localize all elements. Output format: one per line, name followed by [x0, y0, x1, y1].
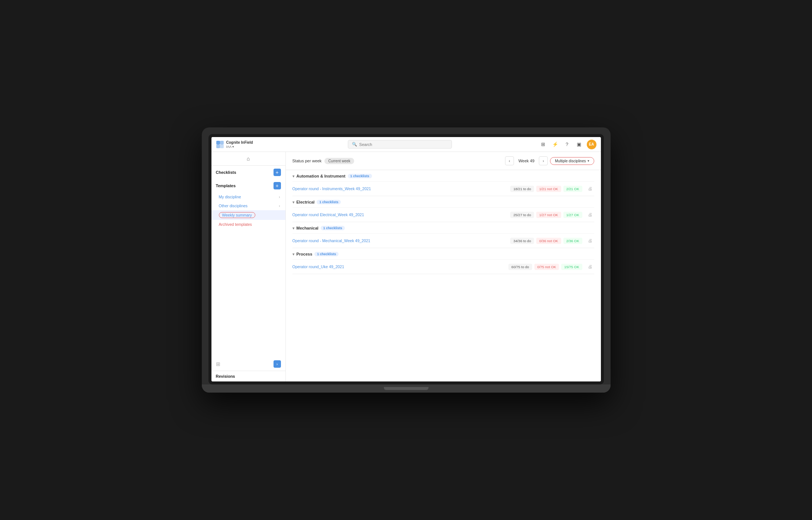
- checklist-stats: 25/27 to do 1/27 not OK 1/27 OK 🖨: [510, 211, 594, 219]
- sound-icon[interactable]: ⊞: [216, 361, 220, 367]
- svg-rect-2: [216, 144, 220, 148]
- sidebar-item-my-discipline[interactable]: My discipline ›: [211, 192, 285, 201]
- logo-text: Cognite InField IAA ▾: [226, 140, 253, 149]
- collapse-icon[interactable]: ▾: [292, 226, 294, 230]
- revisions-section: Revisions: [211, 371, 285, 381]
- discipline-header: ▾ Automation & Instrument 1 checklists: [292, 170, 594, 181]
- topbar-icons: ⊞ ⚡ ? ▣ EA: [539, 140, 596, 149]
- chevron-right-icon: ›: [279, 204, 280, 208]
- discipline-section: ▾ Automation & Instrument 1 checklists O…: [292, 170, 594, 196]
- stat-ok: 2/36 OK: [563, 238, 582, 244]
- logo-icon: [216, 140, 224, 149]
- stat-todo: 18/21 to do: [510, 186, 534, 192]
- sidebar-item-other-disciplines[interactable]: Other disciplines ›: [211, 201, 285, 210]
- checklist-row: Operator round Electrical_Week 49_2021 2…: [292, 207, 594, 222]
- checklists-label: Checklists: [216, 170, 236, 175]
- logo-area: Cognite InField IAA ▾: [216, 140, 253, 149]
- add-template-btn[interactable]: +: [274, 182, 281, 189]
- stat-ok: 2/21 OK: [563, 186, 582, 192]
- svg-rect-0: [216, 141, 220, 144]
- search-input-wrap[interactable]: 🔍: [348, 140, 452, 149]
- discipline-section: ▾ Electrical 1 checklists Operator round…: [292, 196, 594, 222]
- sidebar-home-btn[interactable]: ⌂: [211, 152, 285, 166]
- checklist-count-badge: 1 checklists: [317, 200, 341, 204]
- topbar: Cognite InField IAA ▾ 🔍: [211, 137, 601, 152]
- week-nav: ‹ Week 49 › Multiple disciplines ▾: [505, 156, 594, 165]
- checklists-section: Checklists +: [211, 166, 285, 179]
- svg-rect-1: [220, 141, 224, 144]
- laptop-frame: Cognite InField IAA ▾ 🔍: [202, 127, 611, 392]
- checklist-row: Operator round_Uke 49_2021 60/75 to do 0…: [292, 259, 594, 274]
- print-icon[interactable]: 🖨: [586, 185, 594, 193]
- discipline-name: Mechanical: [297, 226, 318, 230]
- discipline-header: ▾ Process 1 checklists: [292, 248, 594, 259]
- discipline-header: ▾ Electrical 1 checklists: [292, 196, 594, 207]
- collapse-icon[interactable]: ▾: [292, 200, 294, 204]
- next-week-btn[interactable]: ›: [539, 156, 548, 165]
- checklist-stats: 60/75 to do 0/75 not OK 15/75 OK 🖨: [508, 263, 594, 271]
- collapse-icon[interactable]: ▾: [292, 174, 294, 178]
- avatar[interactable]: EA: [587, 140, 596, 149]
- print-icon[interactable]: 🖨: [586, 237, 594, 245]
- content-header: Status per week Current week ‹ Week 49 ›…: [286, 152, 601, 170]
- sidebar-item-weekly-summary[interactable]: Weekly summary: [211, 210, 285, 220]
- laptop-notch: [384, 387, 428, 390]
- checklists-header: Checklists +: [211, 166, 285, 179]
- checklist-count-badge: 1 checklists: [348, 174, 372, 178]
- templates-section: Templates + My discipline › Other discip…: [211, 179, 285, 229]
- discipline-header: ▾ Mechanical 1 checklists: [292, 222, 594, 233]
- stat-notok: 0/75 not OK: [534, 264, 559, 270]
- checklist-stats: 18/21 to do 1/21 not OK 2/21 OK 🖨: [510, 185, 594, 193]
- app-subtitle: IAA ▾: [226, 145, 253, 149]
- lightning-icon[interactable]: ⚡: [551, 140, 559, 149]
- stat-notok: 1/21 not OK: [536, 186, 561, 192]
- discipline-name: Automation & Instrument: [297, 174, 346, 178]
- prev-week-btn[interactable]: ‹: [505, 156, 514, 165]
- stat-notok: 0/36 not OK: [536, 238, 561, 244]
- checklist-row: Operator round - Mechanical_Week 49_2021…: [292, 233, 594, 248]
- checklist-count-badge: 1 checklists: [321, 226, 345, 230]
- checklist-row: Operator round - Instruments_Week 49_202…: [292, 181, 594, 196]
- laptop-bottom: [202, 384, 611, 393]
- screen-bezel: Cognite InField IAA ▾ 🔍: [208, 134, 604, 384]
- app-title: Cognite InField: [226, 140, 253, 145]
- sidebar-collapse-btn[interactable]: ›: [274, 360, 281, 368]
- discipline-name: Electrical: [297, 200, 315, 204]
- templates-header: Templates +: [211, 179, 285, 192]
- checklist-name[interactable]: Operator round_Uke 49_2021: [292, 264, 509, 269]
- home-icon: ⌂: [247, 156, 250, 162]
- status-per-week: Status per week Current week: [292, 158, 354, 164]
- chevron-down-icon: ▾: [588, 159, 589, 163]
- stat-todo: 34/36 to do: [510, 238, 534, 244]
- print-icon[interactable]: 🖨: [586, 263, 594, 271]
- stat-ok: 1/27 OK: [563, 212, 582, 218]
- week-label: Week 49: [516, 159, 537, 163]
- stat-todo: 60/75 to do: [508, 264, 532, 270]
- checklist-name[interactable]: Operator round - Instruments_Week 49_202…: [292, 186, 511, 191]
- multiple-disciplines-label: Multiple disciplines: [555, 159, 586, 163]
- status-per-week-label: Status per week: [292, 159, 322, 163]
- app: Cognite InField IAA ▾ 🔍: [211, 137, 601, 381]
- checklist-count-badge: 1 checklists: [314, 252, 339, 256]
- help-icon[interactable]: ?: [563, 140, 571, 149]
- sidebar-item-archived-templates[interactable]: Archived templates: [211, 220, 285, 229]
- templates-label: Templates: [216, 183, 236, 188]
- search-icon: 🔍: [352, 142, 357, 147]
- print-icon[interactable]: 🖨: [586, 211, 594, 219]
- multiple-disciplines-btn[interactable]: Multiple disciplines ▾: [550, 157, 594, 165]
- chevron-right-icon: ›: [279, 195, 280, 199]
- svg-rect-3: [220, 144, 224, 148]
- stat-ok: 15/75 OK: [561, 264, 582, 270]
- discipline-name: Process: [297, 252, 313, 256]
- layout-icon[interactable]: ▣: [575, 140, 583, 149]
- checklist-name[interactable]: Operator round Electrical_Week 49_2021: [292, 212, 511, 217]
- add-checklist-btn[interactable]: +: [274, 169, 281, 176]
- current-week-badge[interactable]: Current week: [324, 158, 354, 164]
- collapse-icon[interactable]: ▾: [292, 252, 294, 256]
- screen: Cognite InField IAA ▾ 🔍: [211, 137, 601, 381]
- grid-icon[interactable]: ⊞: [539, 140, 547, 149]
- discipline-section: ▾ Process 1 checklists Operator round_Uk…: [292, 248, 594, 274]
- checklist-name[interactable]: Operator round - Mechanical_Week 49_2021: [292, 238, 511, 243]
- search-input[interactable]: [359, 142, 448, 147]
- search-bar: 🔍: [261, 140, 539, 149]
